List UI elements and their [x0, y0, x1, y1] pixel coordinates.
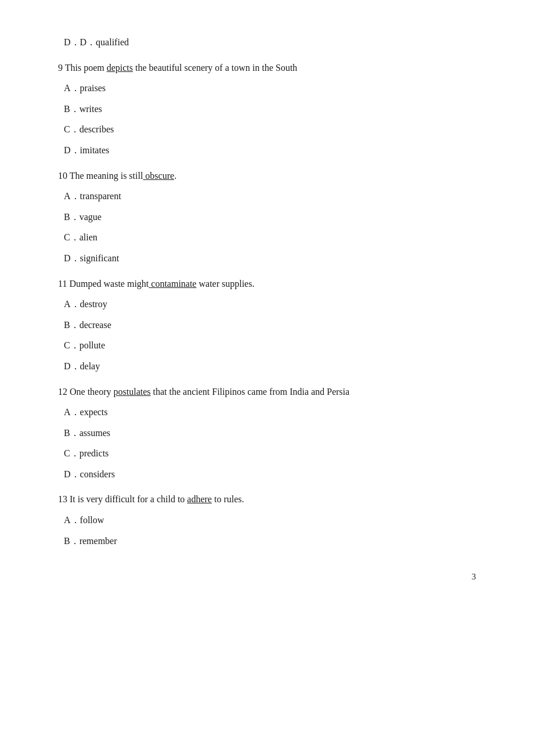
question-11-before: 11 Dumped waste might	[58, 279, 149, 289]
option-b-text: decrease	[80, 320, 111, 330]
question-11-group: 11 Dumped waste might contaminate water …	[58, 276, 476, 374]
option-b-text: writes	[80, 104, 102, 114]
question-10-group: 10 The meaning is still obscure. A．trans…	[58, 168, 476, 266]
question-9-option-b: B．writes	[58, 102, 476, 117]
question-9-option-d: D．imitates	[58, 143, 476, 158]
question-10-text: 10 The meaning is still obscure.	[58, 168, 476, 183]
option-d-label: D．	[64, 145, 80, 155]
option-c-label: C．	[64, 124, 80, 134]
option-b-label: B．	[64, 212, 80, 222]
question-13-after: to rules.	[212, 494, 244, 504]
question-10-option-d: D．significant	[58, 251, 476, 266]
question-12-after: that the ancient Filipinos came from Ind…	[151, 387, 350, 397]
page-number: 3	[472, 572, 477, 582]
option-a-label: A．	[64, 83, 80, 93]
option-c-text: pollute	[80, 340, 105, 350]
question-12-option-d: D．considers	[58, 467, 476, 482]
question-9-after: the beautiful scenery of a town in the S…	[133, 63, 297, 73]
question-11-option-c: C．pollute	[58, 338, 476, 353]
question-13-before: 13 It is very difficult for a child to	[58, 494, 187, 504]
question-10-option-c: C．alien	[58, 230, 476, 245]
option-c-label: C．	[64, 448, 80, 458]
question-12-keyword: postulates	[114, 387, 151, 397]
option-c-text: alien	[80, 232, 98, 242]
option-c-label: C．	[64, 232, 80, 242]
question-11-option-b: B．decrease	[58, 318, 476, 333]
question-12-before: 12 One theory	[58, 387, 114, 397]
question-12-option-c: C．predicts	[58, 446, 476, 461]
question-13-group: 13 It is very difficult for a child to a…	[58, 492, 476, 548]
question-13-text: 13 It is very difficult for a child to a…	[58, 492, 476, 507]
question-12-option-b: B．assumes	[58, 426, 476, 441]
option-prev-d-text: D．qualified	[80, 37, 129, 47]
question-9-keyword: depicts	[107, 63, 133, 73]
question-9-before: 9 This poem	[58, 63, 107, 73]
option-d-label: D．	[64, 469, 80, 479]
question-10-option-a: A．transparent	[58, 189, 476, 204]
question-9-option-c: C．describes	[58, 122, 476, 137]
option-a-label: A．	[64, 191, 80, 201]
option-b-label: B．	[64, 104, 80, 114]
option-a-label: A．	[64, 407, 80, 417]
option-d-label: D．	[64, 253, 80, 263]
prev-question-d-group: D．D．qualified	[58, 35, 476, 50]
option-c-label: C．	[64, 340, 80, 350]
question-9-option-a: A．praises	[58, 81, 476, 96]
option-b-text: remember	[80, 536, 117, 546]
question-13-option-b: B．remember	[58, 534, 476, 549]
option-d-text: imitates	[80, 145, 110, 155]
option-prev-d-label: D．	[64, 37, 80, 47]
question-13-keyword: adhere	[187, 494, 212, 504]
question-12-text: 12 One theory postulates that the ancien…	[58, 384, 476, 399]
option-a-label: A．	[64, 515, 80, 525]
option-b-label: B．	[64, 428, 80, 438]
option-d-text: considers	[80, 469, 115, 479]
option-d-text: significant	[80, 253, 120, 263]
option-b-text: assumes	[80, 428, 110, 438]
question-11-option-d: D．delay	[58, 359, 476, 374]
question-10-option-b: B．vague	[58, 210, 476, 225]
question-13-option-a: A．follow	[58, 513, 476, 528]
question-12-option-a: A．expects	[58, 405, 476, 420]
option-a-label: A．	[64, 299, 80, 309]
question-12-group: 12 One theory postulates that the ancien…	[58, 384, 476, 482]
option-b-label: B．	[64, 320, 80, 330]
option-c-text: predicts	[80, 448, 109, 458]
option-prev-d: D．D．qualified	[58, 35, 476, 50]
option-a-text: transparent	[80, 191, 121, 201]
question-10-after: .	[174, 171, 176, 181]
option-b-text: vague	[80, 212, 102, 222]
option-d-text: delay	[80, 361, 100, 371]
question-11-option-a: A．destroy	[58, 297, 476, 312]
page-content: D．D．qualified 9 This poem depicts the be…	[0, 0, 534, 605]
question-10-before: 10 The meaning is still	[58, 171, 143, 181]
option-a-text: follow	[80, 515, 104, 525]
option-a-text: praises	[80, 83, 106, 93]
question-9-text: 9 This poem depicts the beautiful scener…	[58, 60, 476, 75]
question-11-text: 11 Dumped waste might contaminate water …	[58, 276, 476, 291]
option-b-label: B．	[64, 536, 80, 546]
question-11-after: water supplies.	[196, 279, 254, 289]
question-11-keyword: contaminate	[149, 279, 196, 289]
option-a-text: expects	[80, 407, 108, 417]
option-d-label: D．	[64, 361, 80, 371]
option-c-text: describes	[80, 124, 114, 134]
question-10-keyword: obscure	[143, 171, 174, 181]
question-9-group: 9 This poem depicts the beautiful scener…	[58, 60, 476, 158]
option-a-text: destroy	[80, 299, 107, 309]
